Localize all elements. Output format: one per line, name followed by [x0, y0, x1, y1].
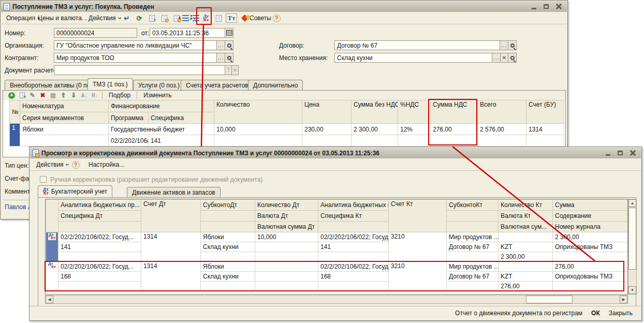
cell[interactable]	[214, 135, 302, 146]
dt-kt-icon[interactable]: ДтКт	[46, 262, 58, 291]
edit-icon[interactable]: ✎	[28, 91, 37, 99]
cell[interactable]: Оприходованы ТМЗ	[553, 272, 628, 282]
cell[interactable]: 230,00	[302, 124, 352, 135]
cell[interactable]: Яблоки	[201, 232, 255, 242]
row-number-cell[interactable]: 1	[10, 124, 20, 146]
cell[interactable]	[398, 135, 431, 146]
cell[interactable]	[58, 252, 141, 262]
cell[interactable]: 02/2/202/106/022; Госуд...	[58, 232, 141, 242]
close-dialog-button[interactable]: Закрыть	[605, 309, 637, 318]
cell[interactable]: Мир продуктов ...	[447, 262, 499, 272]
cell[interactable]: Яблоки	[20, 124, 109, 135]
cell[interactable]	[499, 232, 553, 242]
warehouse-search-button[interactable]	[508, 53, 517, 63]
cell[interactable]: Договор № 67	[447, 272, 499, 282]
cell[interactable]	[255, 242, 318, 252]
table-row[interactable]: 1 Яблоки Государственный бюджет 10,000 2…	[10, 124, 564, 135]
organization-search-button[interactable]	[225, 40, 233, 50]
cell[interactable]: Склад кухни	[201, 272, 255, 282]
cell[interactable]: 02/2/202/106/022; Госуд...	[58, 262, 141, 272]
minimize-button[interactable]	[602, 149, 613, 157]
scroll-right-button[interactable]: ▶	[620, 296, 627, 303]
tab-services[interactable]: Услуги (0 поз.)	[133, 80, 185, 90]
posting-row[interactable]: 2 300,00	[46, 252, 628, 262]
maximize-button[interactable]	[614, 149, 626, 157]
cell[interactable]: 10,000	[255, 232, 318, 242]
cell[interactable]: 276,00	[431, 124, 478, 135]
cell[interactable]: 2 300,00	[553, 232, 628, 242]
actions-menu[interactable]: Действия	[85, 13, 124, 23]
cell[interactable]: Склад кухни	[201, 242, 255, 252]
cell[interactable]	[255, 262, 318, 272]
date-input[interactable]: 03.05.2013 11:25:36	[150, 28, 225, 38]
organization-select-button[interactable]	[216, 40, 225, 50]
change-button[interactable]: Изменить	[140, 92, 174, 99]
cell[interactable]: Мир продуктов ...	[447, 232, 499, 242]
cell[interactable]: Оприходованы ТМЗ	[553, 242, 628, 252]
settlement-doc-type-button[interactable]: T	[225, 65, 232, 75]
ok-button[interactable]: ОК	[587, 309, 604, 318]
contractor-select-button[interactable]	[216, 53, 225, 63]
cell[interactable]	[201, 282, 255, 291]
contractor-search-button[interactable]	[225, 53, 233, 63]
cell[interactable]	[447, 252, 499, 262]
tab-additional[interactable]: Дополнительно	[248, 80, 303, 90]
cell[interactable]: 168	[318, 272, 389, 282]
posting-row[interactable]: 168 Склад кухни 168 Договор № 67 KZT Опр…	[46, 272, 628, 282]
delete-icon[interactable]: ✖	[38, 91, 47, 99]
cell[interactable]: 3210	[389, 262, 447, 291]
warehouse-input[interactable]: Склад кухни	[334, 53, 492, 63]
cell[interactable]: Договор № 67	[447, 242, 499, 252]
add-icon[interactable]	[7, 91, 16, 99]
copy-icon[interactable]: +	[147, 13, 157, 23]
cell[interactable]: 141	[58, 242, 141, 252]
set-end-icon[interactable]: ▦	[49, 91, 57, 99]
help-icon[interactable]: ?	[70, 160, 81, 169]
pick-button[interactable]: Подбор	[106, 92, 134, 99]
scrollbar-thumb[interactable]	[628, 208, 636, 270]
cell[interactable]	[318, 252, 389, 262]
posting-row[interactable]: ДтКт 02/2/202/106/022; Госуд... 1314 Ябл…	[46, 232, 628, 242]
settlement-doc-input[interactable]	[54, 65, 225, 75]
doc-list-icon[interactable]	[213, 13, 224, 23]
refresh-post-icon[interactable]: ⟳	[134, 13, 144, 23]
cell[interactable]: 276,00	[499, 282, 553, 291]
warehouse-select-button[interactable]	[492, 53, 501, 63]
contract-input[interactable]: Договор № 67	[334, 40, 500, 50]
cell[interactable]	[58, 282, 141, 291]
copy-icon[interactable]: +	[18, 91, 26, 99]
dialog-title-bar[interactable]: Просмотр и корректировка движений докуме…	[30, 148, 641, 158]
scroll-left-button[interactable]: ◀	[46, 296, 53, 303]
number-input[interactable]: 00000000024	[54, 28, 137, 38]
tips-button[interactable]: Советы	[239, 13, 274, 23]
posting-row[interactable]: ДтКт 02/2/202/106/022; Госуд... 1314 Ябл…	[46, 262, 628, 272]
tab-settlement-accounts[interactable]: Счета учета расчетов	[181, 80, 253, 90]
cell[interactable]	[553, 282, 628, 291]
sort-asc-icon[interactable]: А↓	[80, 91, 89, 99]
cell[interactable]	[255, 252, 318, 262]
cell[interactable]: 1314	[526, 124, 564, 135]
cell[interactable]	[255, 272, 318, 282]
cell[interactable]	[499, 262, 553, 272]
cell[interactable]: KZT	[499, 242, 553, 252]
close-button[interactable]	[553, 3, 564, 11]
based-on-in-icon[interactable]	[159, 13, 169, 23]
warehouse-clear-button[interactable]	[500, 53, 508, 63]
tab-tmz[interactable]: ТМЗ (1 поз.)	[87, 78, 133, 90]
cell[interactable]	[431, 135, 478, 146]
cell[interactable]	[255, 282, 318, 291]
cell[interactable]: 168	[58, 272, 141, 282]
table-row[interactable]: 02/2/202/106/... 141	[10, 135, 564, 146]
cell[interactable]	[478, 135, 526, 146]
help-icon[interactable]: ?	[271, 13, 282, 23]
cell[interactable]	[201, 252, 255, 262]
dialog-actions-menu[interactable]: Действия	[33, 159, 72, 170]
posting-row[interactable]: 276,00	[46, 282, 628, 291]
cell[interactable]: 02/2/202/106/022; Государс...	[318, 232, 389, 242]
report-movements-button[interactable]: Отчет о движениях документа по регистрам	[451, 309, 587, 318]
manual-correction-checkbox[interactable]	[40, 176, 47, 183]
cell[interactable]: 1314	[141, 232, 201, 262]
cell[interactable]	[318, 282, 389, 291]
cell[interactable]	[352, 135, 398, 146]
organization-input[interactable]: ГУ "Областное управление по ликвидации Ч…	[54, 40, 217, 50]
